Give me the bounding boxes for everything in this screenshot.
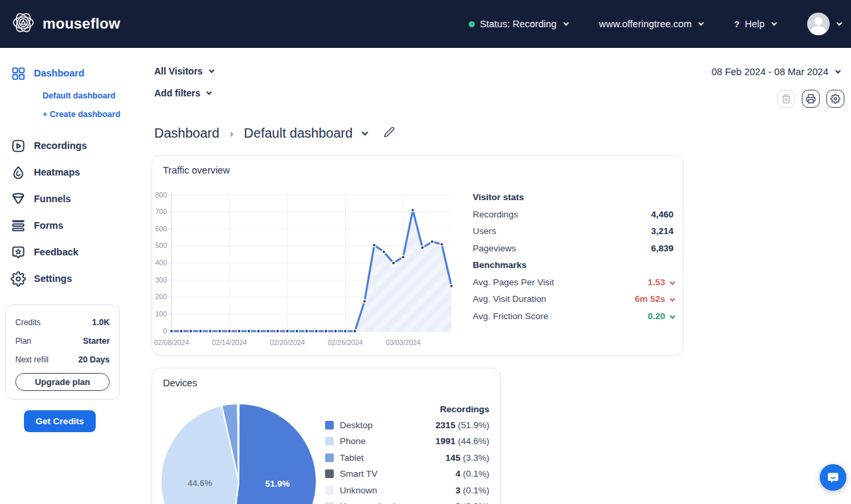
- help-menu[interactable]: ? Help: [734, 19, 775, 29]
- legend-row-unrecognized: Unrecognized 2 (0.0%): [325, 498, 489, 504]
- legend-header: Recordings: [325, 401, 489, 417]
- sidebar-item-create-dashboard[interactable]: + Create dashboard: [0, 105, 141, 124]
- date-range-picker[interactable]: 08 Feb 2024 - 08 Mar 2024: [711, 66, 839, 77]
- funnel-icon: [11, 191, 26, 207]
- devices-card: Devices 51.9%44.6% Recordings Desktop 23…: [152, 368, 501, 504]
- status-label: Status: Recording: [480, 19, 556, 29]
- traffic-overview-card: Traffic overview 02/08/202402/14/202402/…: [152, 155, 683, 356]
- status-dropdown[interactable]: Status: Recording: [469, 19, 567, 29]
- feedback-bubble-icon: [11, 245, 26, 260]
- plan-label: Plan: [15, 336, 31, 346]
- chevron-down-icon: [209, 67, 214, 72]
- svg-text:02/26/2024: 02/26/2024: [328, 338, 363, 346]
- sidebar-item-label: Settings: [34, 273, 72, 284]
- credits-value: 1.0K: [92, 318, 110, 327]
- svg-text:700: 700: [155, 207, 167, 215]
- svg-text:200: 200: [155, 293, 167, 301]
- card-title: Devices: [163, 378, 197, 388]
- sidebar-item-funnels[interactable]: Funnels: [0, 186, 141, 212]
- upgrade-plan-button[interactable]: Upgrade plan: [15, 373, 110, 391]
- card-title: Traffic overview: [163, 165, 230, 176]
- credits-panel: Credits 1.0K Plan Starter Next refill 20…: [5, 305, 120, 400]
- chevron-down-icon: [771, 20, 777, 25]
- gear-icon: [830, 94, 840, 104]
- svg-text:44.6%: 44.6%: [187, 478, 212, 488]
- traffic-line-chart: 02/08/202402/14/202402/20/202402/26/2024…: [155, 188, 467, 350]
- sidebar-item-label: Forms: [34, 220, 63, 231]
- pencil-icon: [384, 126, 395, 138]
- svg-text:03/03/2024: 03/03/2024: [386, 338, 421, 346]
- printer-icon: [806, 94, 816, 104]
- forms-icon: [11, 218, 26, 233]
- dashboard-settings-button[interactable]: [826, 90, 844, 108]
- chevron-down-icon: [563, 20, 568, 25]
- sidebar-item-label: Heatmaps: [34, 167, 80, 178]
- account-menu[interactable]: [807, 13, 840, 35]
- dashboard-grid-icon: [11, 66, 26, 81]
- stat-row-users: Users 3,214: [473, 223, 673, 240]
- add-filters-dropdown[interactable]: Add filters: [154, 88, 210, 98]
- devices-legend: Recordings Desktop 2315 (51.9%) Phone 19…: [325, 401, 489, 504]
- svg-text:300: 300: [155, 276, 167, 284]
- delete-dashboard-button[interactable]: [777, 90, 795, 108]
- avatar: [807, 13, 830, 35]
- sidebar: Dashboard Default dashboard + Create das…: [0, 48, 141, 504]
- svg-text:02/20/2024: 02/20/2024: [270, 338, 305, 346]
- chat-bubble-icon: [826, 471, 840, 484]
- sidebar-item-label: Funnels: [34, 193, 71, 204]
- legend-row-smart-tv: Smart TV 4 (0.1%): [325, 466, 489, 482]
- sidebar-item-forms[interactable]: Forms: [0, 212, 141, 239]
- website-domain: www.offeringtree.com: [599, 19, 691, 29]
- benchmarks-heading: Benchmarks: [473, 260, 527, 270]
- chevron-down-icon: [835, 68, 840, 73]
- sidebar-item-label: Recordings: [34, 140, 87, 151]
- sidebar-item-feedback[interactable]: Feedback: [0, 239, 141, 265]
- get-credits-button[interactable]: Get Credits: [24, 410, 96, 432]
- sidebar-item-recordings[interactable]: Recordings: [0, 132, 141, 159]
- breadcrumb-current-dropdown[interactable]: Default dashboard: [244, 126, 366, 141]
- smart-tv-swatch: [325, 469, 334, 478]
- sidebar-item-label: Feedback: [34, 247, 78, 257]
- legend-row-tablet: Tablet 145 (3.3%): [325, 449, 489, 465]
- chat-widget-button[interactable]: [820, 464, 846, 491]
- sidebar-item-default-dashboard[interactable]: Default dashboard: [0, 86, 141, 105]
- chevron-down-icon: [206, 89, 211, 94]
- rename-dashboard-button[interactable]: [384, 126, 395, 141]
- legend-row-unknown: Unknown 3 (0.1%): [325, 482, 489, 498]
- website-dropdown[interactable]: www.offeringtree.com: [599, 19, 702, 29]
- svg-text:02/08/2024: 02/08/2024: [154, 338, 189, 346]
- sidebar-item-heatmaps[interactable]: Heatmaps: [0, 159, 141, 186]
- main-content: All Visitors Add filters 08 Feb 2024 - 0…: [141, 48, 851, 504]
- droplet-icon: [11, 165, 26, 180]
- tablet-swatch: [325, 453, 334, 462]
- svg-text:800: 800: [155, 191, 167, 199]
- svg-text:500: 500: [155, 241, 167, 249]
- help-label: Help: [745, 19, 765, 29]
- mouseflow-logo[interactable]: mouseflow: [11, 10, 120, 38]
- stat-row-pageviews: Pageviews 6,839: [473, 240, 673, 257]
- visitor-stats-panel: Visitor stats Recordings 4,460 Users 3,2…: [473, 189, 673, 324]
- plan-value: Starter: [83, 336, 110, 346]
- mouseflow-atom-icon: [11, 10, 36, 38]
- trend-down-icon: [669, 313, 675, 318]
- refill-label: Next refill: [15, 355, 49, 364]
- trash-icon: [781, 94, 791, 104]
- sidebar-item-settings[interactable]: Settings: [0, 265, 141, 292]
- sidebar-item-dashboard[interactable]: Dashboard: [0, 60, 141, 86]
- svg-text:400: 400: [155, 259, 167, 267]
- breadcrumb: Dashboard › Default dashboard: [154, 126, 395, 141]
- visitor-filter-dropdown[interactable]: All Visitors: [154, 66, 213, 76]
- breadcrumb-root[interactable]: Dashboard: [154, 126, 219, 141]
- benchmark-row-friction-score: Avg. Friction Score 0.20: [473, 308, 673, 325]
- refill-value: 20 Days: [78, 355, 110, 364]
- credits-label: Credits: [15, 318, 41, 327]
- chevron-right-icon: ›: [230, 128, 233, 139]
- visitor-stats-heading: Visitor stats: [473, 192, 524, 202]
- svg-text:51.9%: 51.9%: [265, 479, 290, 489]
- trend-down-icon: [669, 296, 675, 301]
- unknown-swatch: [325, 486, 334, 495]
- chevron-down-icon: [698, 20, 703, 25]
- play-square-icon: [11, 138, 26, 154]
- phone-swatch: [325, 437, 334, 445]
- print-dashboard-button[interactable]: [802, 90, 820, 108]
